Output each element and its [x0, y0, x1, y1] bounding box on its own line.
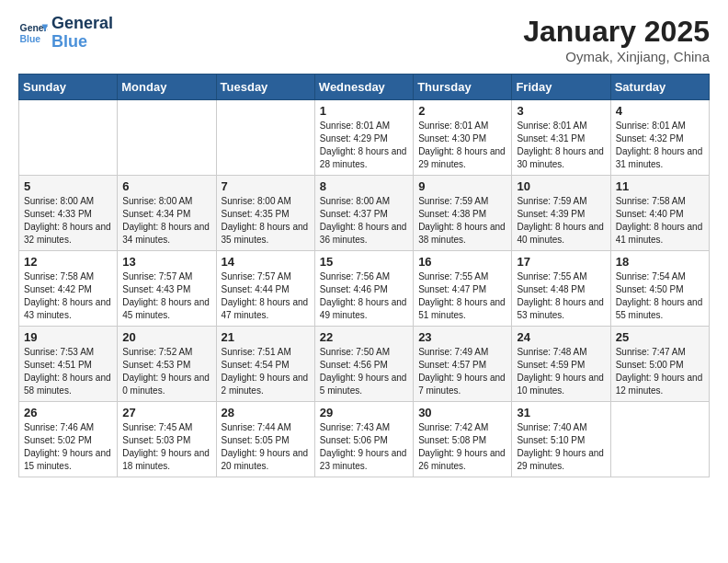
day-number: 16 — [418, 255, 506, 269]
calendar-day-cell: 18Sunrise: 7:54 AMSunset: 4:50 PMDayligh… — [610, 251, 709, 327]
day-of-week-header: Tuesday — [216, 75, 314, 100]
day-number: 3 — [517, 104, 605, 118]
calendar-header-row: SundayMondayTuesdayWednesdayThursdayFrid… — [19, 75, 710, 100]
calendar-day-cell — [610, 402, 709, 477]
day-number: 31 — [517, 406, 605, 419]
day-info: Sunrise: 7:59 AMSunset: 4:39 PMDaylight:… — [517, 195, 605, 247]
day-number: 26 — [24, 406, 112, 419]
calendar-day-cell: 29Sunrise: 7:43 AMSunset: 5:06 PMDayligh… — [314, 402, 413, 477]
calendar-day-cell: 10Sunrise: 7:59 AMSunset: 4:39 PMDayligh… — [512, 176, 610, 251]
day-number: 24 — [517, 330, 605, 344]
day-info: Sunrise: 7:46 AMSunset: 5:02 PMDaylight:… — [24, 421, 112, 473]
day-of-week-header: Thursday — [414, 75, 512, 100]
day-number: 28 — [222, 406, 310, 419]
calendar: SundayMondayTuesdayWednesdayThursdayFrid… — [18, 74, 710, 477]
day-number: 13 — [122, 255, 210, 269]
day-info: Sunrise: 7:47 AMSunset: 5:00 PMDaylight:… — [616, 346, 704, 397]
calendar-week-row: 12Sunrise: 7:58 AMSunset: 4:42 PMDayligh… — [19, 251, 710, 327]
calendar-day-cell: 25Sunrise: 7:47 AMSunset: 5:00 PMDayligh… — [610, 327, 709, 402]
day-info: Sunrise: 8:00 AMSunset: 4:37 PMDaylight:… — [320, 195, 408, 247]
day-number: 11 — [616, 179, 704, 193]
location: Oymak, Xinjiang, China — [523, 49, 710, 64]
calendar-day-cell: 31Sunrise: 7:40 AMSunset: 5:10 PMDayligh… — [512, 402, 610, 477]
day-info: Sunrise: 7:59 AMSunset: 4:38 PMDaylight:… — [418, 195, 506, 247]
calendar-day-cell: 11Sunrise: 7:58 AMSunset: 4:40 PMDayligh… — [610, 176, 709, 251]
calendar-day-cell: 27Sunrise: 7:45 AMSunset: 5:03 PMDayligh… — [118, 402, 216, 477]
calendar-day-cell — [216, 100, 314, 176]
calendar-week-row: 26Sunrise: 7:46 AMSunset: 5:02 PMDayligh… — [19, 402, 710, 477]
day-info: Sunrise: 8:01 AMSunset: 4:29 PMDaylight:… — [320, 120, 408, 171]
day-info: Sunrise: 8:00 AMSunset: 4:35 PMDaylight:… — [222, 195, 310, 247]
day-info: Sunrise: 7:57 AMSunset: 4:44 PMDaylight:… — [222, 270, 310, 322]
calendar-day-cell: 4Sunrise: 8:01 AMSunset: 4:32 PMDaylight… — [610, 100, 709, 176]
day-number: 30 — [418, 406, 506, 419]
day-number: 18 — [616, 255, 704, 269]
day-info: Sunrise: 7:43 AMSunset: 5:06 PMDaylight:… — [320, 421, 408, 473]
title-block: January 2025 Oymak, Xinjiang, China — [523, 15, 710, 64]
day-info: Sunrise: 7:58 AMSunset: 4:42 PMDaylight:… — [24, 270, 112, 322]
day-number: 22 — [320, 330, 408, 344]
day-info: Sunrise: 7:54 AMSunset: 4:50 PMDaylight:… — [616, 270, 704, 322]
logo: General Blue General Blue — [18, 15, 113, 52]
day-info: Sunrise: 7:40 AMSunset: 5:10 PMDaylight:… — [517, 421, 605, 473]
calendar-day-cell: 22Sunrise: 7:50 AMSunset: 4:56 PMDayligh… — [314, 327, 413, 402]
calendar-day-cell: 12Sunrise: 7:58 AMSunset: 4:42 PMDayligh… — [19, 251, 118, 327]
calendar-day-cell: 9Sunrise: 7:59 AMSunset: 4:38 PMDaylight… — [414, 176, 512, 251]
day-number: 14 — [222, 255, 310, 269]
day-of-week-header: Monday — [118, 75, 216, 100]
calendar-day-cell: 17Sunrise: 7:55 AMSunset: 4:48 PMDayligh… — [512, 251, 610, 327]
day-number: 12 — [24, 255, 112, 269]
day-info: Sunrise: 7:55 AMSunset: 4:47 PMDaylight:… — [418, 270, 506, 322]
day-number: 29 — [320, 406, 408, 419]
calendar-day-cell: 5Sunrise: 8:00 AMSunset: 4:33 PMDaylight… — [19, 176, 118, 251]
day-number: 1 — [320, 104, 408, 118]
day-number: 6 — [122, 179, 210, 193]
calendar-week-row: 5Sunrise: 8:00 AMSunset: 4:33 PMDaylight… — [19, 176, 710, 251]
calendar-day-cell: 3Sunrise: 8:01 AMSunset: 4:31 PMDaylight… — [512, 100, 610, 176]
day-info: Sunrise: 7:50 AMSunset: 4:56 PMDaylight:… — [320, 346, 408, 397]
day-number: 27 — [122, 406, 210, 419]
svg-text:Blue: Blue — [20, 33, 41, 43]
calendar-day-cell — [19, 100, 118, 176]
day-number: 2 — [418, 104, 506, 118]
day-number: 19 — [24, 330, 112, 344]
page: General Blue General Blue January 2025 O… — [0, 0, 728, 492]
day-info: Sunrise: 8:01 AMSunset: 4:32 PMDaylight:… — [616, 120, 704, 171]
day-number: 23 — [418, 330, 506, 344]
day-info: Sunrise: 8:00 AMSunset: 4:33 PMDaylight:… — [24, 195, 112, 247]
calendar-day-cell: 19Sunrise: 7:53 AMSunset: 4:51 PMDayligh… — [19, 327, 118, 402]
day-info: Sunrise: 7:57 AMSunset: 4:43 PMDaylight:… — [122, 270, 210, 322]
day-info: Sunrise: 8:01 AMSunset: 4:30 PMDaylight:… — [418, 120, 506, 171]
day-number: 17 — [517, 255, 605, 269]
calendar-day-cell: 13Sunrise: 7:57 AMSunset: 4:43 PMDayligh… — [118, 251, 216, 327]
day-of-week-header: Wednesday — [314, 75, 413, 100]
calendar-day-cell: 15Sunrise: 7:56 AMSunset: 4:46 PMDayligh… — [314, 251, 413, 327]
day-number: 4 — [616, 104, 704, 118]
day-of-week-header: Sunday — [19, 75, 118, 100]
logo-text: General Blue — [51, 15, 113, 52]
day-info: Sunrise: 7:52 AMSunset: 4:53 PMDaylight:… — [122, 346, 210, 397]
day-info: Sunrise: 7:51 AMSunset: 4:54 PMDaylight:… — [222, 346, 310, 397]
calendar-day-cell: 2Sunrise: 8:01 AMSunset: 4:30 PMDaylight… — [414, 100, 512, 176]
day-info: Sunrise: 8:01 AMSunset: 4:31 PMDaylight:… — [517, 120, 605, 171]
day-info: Sunrise: 7:44 AMSunset: 5:05 PMDaylight:… — [222, 421, 310, 473]
day-info: Sunrise: 7:42 AMSunset: 5:08 PMDaylight:… — [418, 421, 506, 473]
calendar-day-cell: 7Sunrise: 8:00 AMSunset: 4:35 PMDaylight… — [216, 176, 314, 251]
calendar-day-cell: 16Sunrise: 7:55 AMSunset: 4:47 PMDayligh… — [414, 251, 512, 327]
day-of-week-header: Saturday — [610, 75, 709, 100]
month-title: January 2025 — [523, 15, 710, 49]
day-of-week-header: Friday — [512, 75, 610, 100]
calendar-day-cell — [118, 100, 216, 176]
calendar-day-cell: 30Sunrise: 7:42 AMSunset: 5:08 PMDayligh… — [414, 402, 512, 477]
calendar-day-cell: 6Sunrise: 8:00 AMSunset: 4:34 PMDaylight… — [118, 176, 216, 251]
day-number: 7 — [222, 179, 310, 193]
day-number: 15 — [320, 255, 408, 269]
day-number: 10 — [517, 179, 605, 193]
day-number: 5 — [24, 179, 112, 193]
day-number: 25 — [616, 330, 704, 344]
day-number: 9 — [418, 179, 506, 193]
day-number: 20 — [122, 330, 210, 344]
calendar-day-cell: 28Sunrise: 7:44 AMSunset: 5:05 PMDayligh… — [216, 402, 314, 477]
day-number: 8 — [320, 179, 408, 193]
header: General Blue General Blue January 2025 O… — [18, 15, 710, 64]
